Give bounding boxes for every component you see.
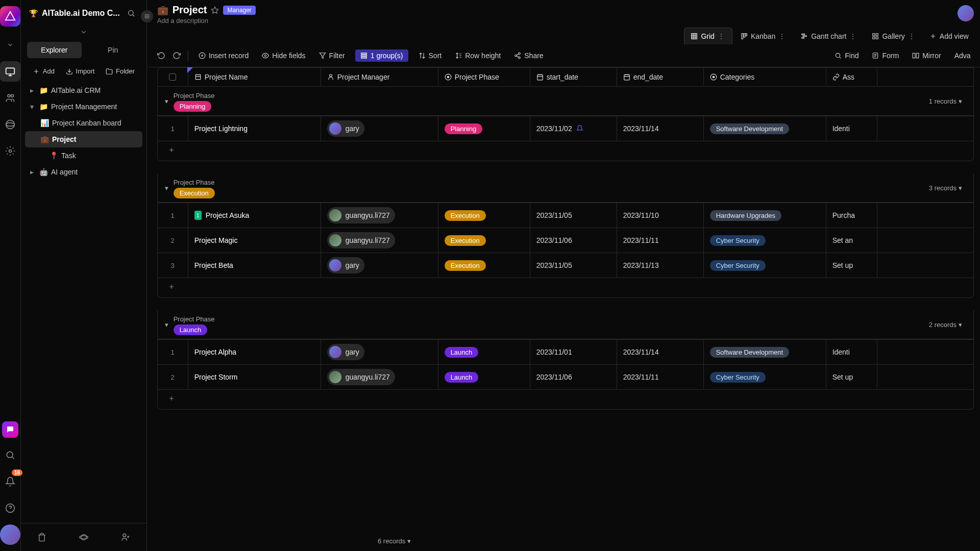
cell-name[interactable]: Project Beta bbox=[188, 253, 321, 278]
sidebar-import-button[interactable]: Import bbox=[66, 67, 95, 75]
cell-manager[interactable]: guangyu.li727 bbox=[321, 228, 438, 253]
cell-category[interactable]: Hardware Upgrades bbox=[704, 203, 826, 228]
cell-category[interactable]: Software Development bbox=[704, 340, 826, 364]
share-button[interactable]: Share bbox=[511, 49, 546, 62]
group-header[interactable]: ▾ Project Phase Planning 1 records ▾ bbox=[158, 87, 973, 116]
cell-end-date[interactable]: 2023/11/10 bbox=[617, 203, 704, 228]
user-avatar[interactable] bbox=[0, 524, 20, 545]
person-chip[interactable]: gary bbox=[327, 120, 364, 137]
table-row[interactable]: 2 Project Storm guangyu.li727 Launch 202… bbox=[158, 364, 973, 389]
table-row[interactable]: 1 Project Alpha gary Launch 2023/11/01 2… bbox=[158, 339, 973, 364]
view-tab-kanban[interactable]: Kanban⋮ bbox=[734, 28, 793, 44]
person-chip[interactable]: guangyu.li727 bbox=[327, 369, 395, 385]
row-index[interactable]: 1 bbox=[158, 116, 188, 141]
filter-button[interactable]: Filter bbox=[316, 49, 348, 62]
cell-assoc[interactable]: Set an bbox=[826, 228, 877, 253]
space-name[interactable]: AITable.ai Demo C... bbox=[42, 9, 120, 18]
trash-icon[interactable] bbox=[29, 530, 55, 545]
cell-name[interactable]: 1Project Asuka bbox=[188, 203, 321, 228]
sort-button[interactable]: Sort bbox=[415, 49, 445, 62]
cell-phase[interactable]: Execution bbox=[438, 203, 530, 228]
group-header[interactable]: ▾ Project Phase Launch 2 records ▾ bbox=[158, 310, 973, 339]
col-phase[interactable]: Project Phase bbox=[438, 68, 530, 86]
col-assoc[interactable]: Ass bbox=[826, 68, 877, 86]
cell-category[interactable]: Cyber Security bbox=[704, 365, 826, 389]
person-chip[interactable]: gary bbox=[327, 344, 364, 360]
table-row[interactable]: 2 Project Magic guangyu.li727 Execution … bbox=[158, 228, 973, 253]
group-header[interactable]: ▾ Project Phase Execution 3 records ▾ bbox=[158, 173, 973, 203]
col-start-date[interactable]: start_date bbox=[530, 68, 617, 86]
cell-phase[interactable]: Planning bbox=[438, 116, 530, 141]
cell-assoc[interactable]: Set up bbox=[826, 253, 877, 278]
col-manager[interactable]: Project Manager bbox=[321, 68, 438, 86]
grid-container[interactable]: Project Name Project Manager Project Pha… bbox=[147, 67, 980, 551]
more-icon[interactable]: ⋮ bbox=[778, 32, 787, 40]
groups-button[interactable]: 1 group(s) bbox=[355, 49, 408, 62]
cell-manager[interactable]: guangyu.li727 bbox=[321, 365, 438, 389]
advanced-button[interactable]: Adva bbox=[951, 49, 974, 62]
more-icon[interactable]: ⋮ bbox=[718, 32, 726, 40]
tree-item-kanban[interactable]: 📊Project Kanban board bbox=[25, 115, 142, 131]
cell-name[interactable]: Project Alpha bbox=[188, 340, 321, 364]
tree-item-agent[interactable]: ▸🤖AI agent bbox=[25, 164, 142, 180]
cell-start-date[interactable]: 2023/11/01 bbox=[530, 340, 617, 364]
add-row-button[interactable] bbox=[158, 389, 973, 409]
user-avatar[interactable] bbox=[958, 5, 974, 21]
sidebar-folder-button[interactable]: Folder bbox=[106, 67, 135, 75]
add-user-icon[interactable] bbox=[113, 530, 138, 545]
col-categories[interactable]: Categories bbox=[704, 68, 826, 86]
sidebar-search-icon[interactable] bbox=[124, 6, 138, 20]
table-row[interactable]: 1 Project Lightning gary Planning 2023/1… bbox=[158, 116, 973, 141]
cell-end-date[interactable]: 2023/11/14 bbox=[617, 340, 704, 364]
find-button[interactable]: Find bbox=[831, 49, 862, 62]
chat-icon[interactable] bbox=[2, 421, 18, 438]
tab-pin[interactable]: Pin bbox=[86, 42, 140, 58]
row-index[interactable]: 1 bbox=[158, 340, 188, 364]
view-tab-gallery[interactable]: Gallery⋮ bbox=[866, 28, 922, 44]
cell-category[interactable]: Cyber Security bbox=[704, 253, 826, 278]
cell-manager[interactable]: guangyu.li727 bbox=[321, 203, 438, 228]
notifications-icon[interactable]: 18 bbox=[0, 471, 20, 492]
cell-start-date[interactable]: 2023/11/05 bbox=[530, 253, 617, 278]
cell-assoc[interactable]: Set up bbox=[826, 365, 877, 389]
tree-item-project[interactable]: 💼Project bbox=[25, 131, 142, 147]
view-tab-gantt[interactable]: Gantt chart⋮ bbox=[795, 28, 864, 44]
cell-start-date[interactable]: 2023/11/02 bbox=[530, 116, 617, 141]
col-checkbox[interactable] bbox=[158, 68, 188, 86]
app-logo[interactable] bbox=[0, 6, 20, 27]
row-index[interactable]: 3 bbox=[158, 253, 188, 278]
view-tab-grid[interactable]: Grid⋮ bbox=[684, 28, 732, 44]
person-chip[interactable]: guangyu.li727 bbox=[327, 207, 395, 223]
cell-start-date[interactable]: 2023/11/06 bbox=[530, 365, 617, 389]
add-row-button[interactable] bbox=[158, 278, 973, 297]
sidebar-add-button[interactable]: Add bbox=[33, 67, 55, 75]
cell-end-date[interactable]: 2023/11/14 bbox=[617, 116, 704, 141]
add-row-button[interactable] bbox=[158, 141, 973, 161]
col-name[interactable]: Project Name bbox=[188, 68, 321, 86]
settings-icon[interactable] bbox=[0, 141, 20, 161]
hide-fields-button[interactable]: Hide fields bbox=[259, 49, 308, 62]
chevron-down-icon[interactable]: ▾ bbox=[165, 184, 168, 192]
cell-assoc[interactable]: Purcha bbox=[826, 203, 877, 228]
page-title[interactable]: Project bbox=[173, 4, 207, 16]
cell-manager[interactable]: gary bbox=[321, 116, 438, 141]
row-index[interactable]: 2 bbox=[158, 228, 188, 253]
cell-phase[interactable]: Execution bbox=[438, 228, 530, 253]
person-chip[interactable]: gary bbox=[327, 257, 364, 273]
rowheight-button[interactable]: Row height bbox=[452, 49, 504, 62]
star-icon[interactable] bbox=[211, 6, 219, 14]
help-icon[interactable] bbox=[0, 498, 20, 518]
cell-phase[interactable]: Launch bbox=[438, 340, 530, 364]
form-button[interactable]: Form bbox=[869, 49, 902, 62]
workspace-icon[interactable] bbox=[0, 61, 20, 82]
tree-item-task[interactable]: 📍Task bbox=[25, 147, 142, 164]
undo-icon[interactable] bbox=[157, 52, 165, 60]
cell-end-date[interactable]: 2023/11/11 bbox=[617, 365, 704, 389]
cell-end-date[interactable]: 2023/11/13 bbox=[617, 253, 704, 278]
person-chip[interactable]: guangyu.li727 bbox=[327, 232, 395, 248]
tree-item-crm[interactable]: ▸📁AITable.ai CRM bbox=[25, 82, 142, 98]
discover-icon[interactable] bbox=[0, 114, 20, 135]
cell-assoc[interactable]: Identi bbox=[826, 340, 877, 364]
cell-start-date[interactable]: 2023/11/05 bbox=[530, 203, 617, 228]
add-view-button[interactable]: Add view bbox=[924, 29, 974, 43]
